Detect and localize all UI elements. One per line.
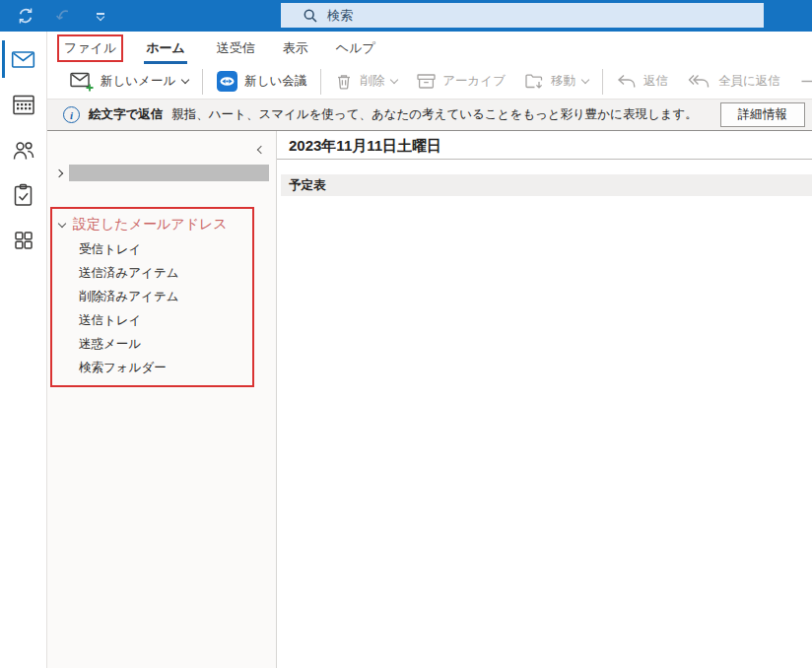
folder-junk-mail[interactable]: 迷惑メール (52, 332, 252, 356)
nav-calendar[interactable] (0, 85, 46, 124)
search-icon (303, 8, 318, 24)
notification-bar: i 絵文字で返信 親指、ハート、スマイルを使って、あなたの考えていることをもっと… (47, 100, 812, 131)
new-meeting-icon (217, 71, 237, 92)
toolbar-separator (602, 69, 603, 95)
tab-help[interactable]: ヘルプ (322, 33, 389, 63)
date-header: 2023年11月11日土曜日 (277, 131, 812, 160)
tab-view[interactable]: 表示 (269, 33, 322, 63)
expand-chevron-icon[interactable] (55, 168, 63, 176)
ribbon-tab-bar: ファイル ホーム 送受信 表示 ヘルプ (47, 32, 812, 64)
calendar-section-header[interactable]: 予定表 (281, 174, 812, 196)
delete-button[interactable]: 削除 (335, 73, 397, 91)
apps-grid-icon (13, 230, 34, 251)
quick-access-toolbar (14, 0, 112, 32)
command-toolbar: 新しいメール 新しい会議 (47, 64, 812, 100)
notification-title: 絵文字で返信 (89, 106, 163, 123)
toolbar-separator (320, 69, 321, 95)
notification-message: 親指、ハート、スマイルを使って、あなたの考えていることをもっと彩り豊かに表現しま… (171, 106, 698, 123)
favorites-row[interactable] (56, 165, 269, 181)
new-mail-icon (70, 71, 94, 92)
info-icon: i (63, 106, 80, 123)
annotation-box-folders: 設定したメールアドレス 受信トレイ 送信済みアイテム 削除済みアイテム 送信トレ… (50, 207, 254, 387)
delete-dropdown-icon[interactable] (390, 76, 398, 84)
forward-icon (800, 75, 812, 88)
details-button[interactable]: 詳細情報 (720, 102, 805, 127)
folder-pane: 設定したメールアドレス 受信トレイ 送信済みアイテム 削除済みアイテム 送信トレ… (47, 131, 277, 668)
move-dropdown-icon[interactable] (581, 76, 589, 84)
archive-button[interactable]: アーカイブ (417, 73, 506, 90)
nav-people[interactable] (0, 130, 46, 169)
account-header[interactable]: 設定したメールアドレス (52, 214, 252, 237)
tab-home[interactable]: ホーム (132, 33, 199, 63)
new-mail-button[interactable]: 新しいメール (70, 71, 188, 92)
search-placeholder: 検索 (327, 7, 353, 25)
collapse-chevron-icon[interactable] (58, 219, 66, 227)
people-icon (12, 139, 35, 162)
tab-file[interactable]: ファイル (57, 34, 123, 62)
send-receive-sync-icon[interactable] (14, 4, 37, 28)
forward-button[interactable]: 転送 (800, 73, 812, 90)
folder-deleted-items[interactable]: 削除済みアイテム (52, 285, 252, 308)
mail-icon (11, 48, 35, 71)
calendar-icon (12, 93, 35, 116)
account-header-label: 設定したメールアドレス (73, 216, 228, 234)
reading-pane: 2023年11月11日土曜日 予定表 (277, 131, 812, 668)
new-mail-dropdown-icon[interactable] (181, 76, 189, 84)
redacted-account-name (69, 165, 269, 181)
title-bar: 検索 (0, 0, 812, 32)
folder-outbox[interactable]: 送信トレイ (52, 308, 252, 332)
folder-search-folders[interactable]: 検索フォルダー (52, 356, 252, 379)
reply-icon (617, 74, 637, 89)
delete-icon (335, 73, 353, 91)
nav-tasks[interactable] (0, 175, 46, 215)
archive-icon (417, 73, 436, 90)
move-icon (525, 73, 544, 90)
reply-all-icon (688, 74, 711, 89)
new-meeting-button[interactable]: 新しい会議 (217, 71, 306, 92)
outlook-window: 検索 (0, 0, 812, 668)
reply-button[interactable]: 返信 (617, 73, 668, 90)
folder-sent-items[interactable]: 送信済みアイテム (52, 261, 252, 285)
reply-all-button[interactable]: 全員に返信 (688, 73, 780, 90)
collapse-folder-pane-icon[interactable] (258, 139, 264, 157)
tasks-icon (12, 183, 34, 207)
move-button[interactable]: 移動 (525, 73, 588, 90)
nav-mail[interactable] (0, 39, 46, 79)
search-input[interactable]: 検索 (281, 3, 764, 28)
nav-apps[interactable] (0, 221, 46, 260)
toolbar-separator (202, 69, 203, 95)
customize-quick-access-icon[interactable] (89, 4, 112, 28)
tab-send-receive[interactable]: 送受信 (203, 33, 269, 63)
undo-icon (51, 4, 75, 28)
module-rail (0, 32, 47, 668)
folder-inbox[interactable]: 受信トレイ (52, 237, 252, 261)
